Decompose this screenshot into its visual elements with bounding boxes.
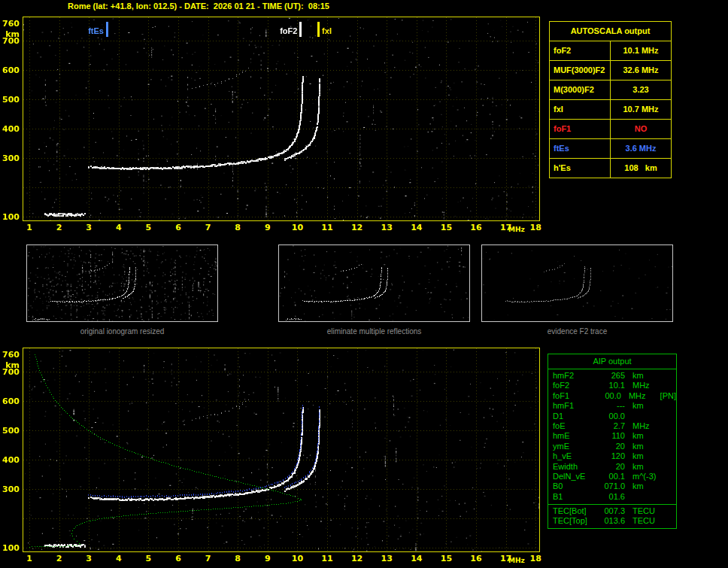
autoscala-row-label: ftEs xyxy=(550,139,611,158)
aip-row-value: 20 xyxy=(598,442,625,451)
x-tick-label: 2 xyxy=(51,554,68,563)
x-tick-label: 8 xyxy=(229,554,246,563)
autoscala-row-value: 3.6 MHz xyxy=(611,139,671,158)
aip-row-unit: TECU xyxy=(632,516,666,526)
aip-row: foE2.7MHz xyxy=(548,421,676,431)
x-tick-label: 9 xyxy=(259,223,276,232)
x-tick-label: 10 xyxy=(289,554,305,563)
aip-row-unit: MHz xyxy=(632,381,666,390)
y-tick-label: 600 xyxy=(2,396,20,406)
y-axis-unit: km xyxy=(2,29,20,39)
aip-table-rows: hmF2265kmfoF210.1MHzfoF100.0MHz[PN]hmF1-… xyxy=(548,369,676,502)
aip-row-value: 00.0 xyxy=(596,391,621,401)
aip-row-note: [PN] xyxy=(660,391,676,401)
aip-row-value: 00.0 xyxy=(598,412,625,421)
aip-row-unit xyxy=(632,412,666,421)
app-title: Rome (lat: +41.8, lon: 012.5) - DATE: 20… xyxy=(68,2,329,11)
thumbnail-f2trace-panel xyxy=(481,245,673,322)
aip-row: hmE110km xyxy=(548,431,676,441)
aip-row-name: hmF1 xyxy=(548,401,598,411)
autoscala-row-value: 32.6 MHz xyxy=(611,61,671,80)
autoscala-row: h'Es108 km xyxy=(550,159,671,178)
caption-cleaned: eliminate multiple reflections xyxy=(278,327,471,336)
aip-row-unit: km xyxy=(632,442,666,451)
aip-row-value: 120 xyxy=(598,451,625,461)
x-tick-label: 5 xyxy=(140,554,156,563)
x-tick-label: 13 xyxy=(378,223,395,232)
top-ionogram-panel: ftEsfoF2fxI xyxy=(23,17,540,221)
marker-label-fxI: fxI xyxy=(322,26,332,35)
aip-tec-rows: TEC[Bot]007.3TECUTEC[Top]013.6TECU xyxy=(548,504,676,529)
aip-row-value: 110 xyxy=(598,431,625,441)
y-tick-label: 100 xyxy=(2,543,20,553)
aip-row: DelN_vE00.1m^(-3) xyxy=(548,472,676,481)
aip-row-unit: km xyxy=(632,401,666,411)
autoscala-row-label: fxI xyxy=(550,100,611,119)
aip-tec-row: TEC[Top]013.6TECU xyxy=(548,516,676,526)
aip-row-name: foE xyxy=(548,421,598,431)
aip-row-unit: km xyxy=(632,431,666,441)
autoscala-row-label: M(3000)F2 xyxy=(550,80,611,99)
x-tick-label: 12 xyxy=(349,554,366,563)
aip-row-value: 2.7 xyxy=(598,421,625,431)
y-tick-label: 400 xyxy=(2,124,20,134)
autoscala-app-screen: Rome (lat: +41.8, lon: 012.5) - DATE: 20… xyxy=(0,0,728,568)
x-tick-label: 15 xyxy=(438,223,454,232)
aip-row-unit: TECU xyxy=(632,506,666,516)
autoscala-row: MUF(3000)F232.6 MHz xyxy=(550,61,671,80)
x-tick-label: 18 xyxy=(527,554,544,563)
aip-row: B0071.0km xyxy=(548,481,676,491)
aip-row-value: 265 xyxy=(598,371,625,381)
x-tick-label: 6 xyxy=(170,223,187,232)
x-tick-label: 1 xyxy=(21,554,38,563)
y-tick-label: 300 xyxy=(2,153,20,163)
aip-row-value: 013.6 xyxy=(598,516,625,526)
x-tick-label: 6 xyxy=(170,554,187,563)
main-ionogram-canvas xyxy=(23,17,539,220)
y-tick-label: 100 xyxy=(2,212,20,222)
aip-row-name: foF1 xyxy=(548,391,596,401)
bottom-ionogram-panel xyxy=(23,348,540,552)
x-tick-label: 3 xyxy=(80,223,97,232)
x-tick-label: 10 xyxy=(289,223,305,232)
aip-table-title: AIP output xyxy=(548,354,676,369)
aip-row-unit xyxy=(632,492,666,502)
x-tick-label: 16 xyxy=(468,554,484,563)
aip-row-name: B1 xyxy=(548,492,598,502)
x-tick-label: 18 xyxy=(527,223,544,232)
aip-row-name: Ewidth xyxy=(548,462,598,472)
aip-row: Ewidth20km xyxy=(548,462,676,472)
aip-row: D100.0 xyxy=(548,412,676,421)
x-tick-label: 8 xyxy=(229,223,246,232)
autoscala-row-value: 10.7 MHz xyxy=(611,100,671,119)
aip-row-unit: km xyxy=(632,371,666,381)
x-tick-label: 4 xyxy=(111,223,127,232)
y-tick-label: 500 xyxy=(2,426,20,436)
autoscala-row-label: foF2 xyxy=(550,41,611,60)
aip-row: h_vE120km xyxy=(548,451,676,461)
autoscala-row-label: MUF(3000)F2 xyxy=(550,61,611,80)
thumbnail-cleaned-panel xyxy=(278,245,470,322)
autoscala-table-title: AUTOSCALA output xyxy=(550,22,671,41)
x-tick-label: 7 xyxy=(200,554,217,563)
aip-row-name: hmE xyxy=(548,431,598,441)
profile-ionogram-canvas xyxy=(23,348,539,551)
x-axis-unit: MHz xyxy=(508,557,525,564)
aip-row-unit: MHz xyxy=(632,421,666,431)
autoscala-row: fxI10.7 MHz xyxy=(550,100,671,120)
autoscala-row: foF210.1 MHz xyxy=(550,41,671,61)
aip-row-name: TEC[Bot] xyxy=(548,506,598,516)
x-tick-label: 11 xyxy=(319,223,335,232)
aip-row-unit: km xyxy=(632,451,666,461)
autoscala-row: ftEs3.6 MHz xyxy=(550,139,671,159)
aip-tec-row: TEC[Bot]007.3TECU xyxy=(548,506,676,516)
thumbnail-original-panel xyxy=(26,245,218,322)
aip-row-value: 00.1 xyxy=(598,472,625,481)
autoscala-row-label: foF1 xyxy=(550,120,611,138)
autoscala-row: foF1NO xyxy=(550,120,671,139)
autoscala-row-value: 3.23 xyxy=(611,80,671,99)
x-axis-unit: MHz xyxy=(508,226,525,233)
thumbnail-original-canvas xyxy=(27,245,217,321)
aip-row: foF210.1MHz xyxy=(548,381,676,390)
aip-row-value: 10.1 xyxy=(598,381,625,390)
